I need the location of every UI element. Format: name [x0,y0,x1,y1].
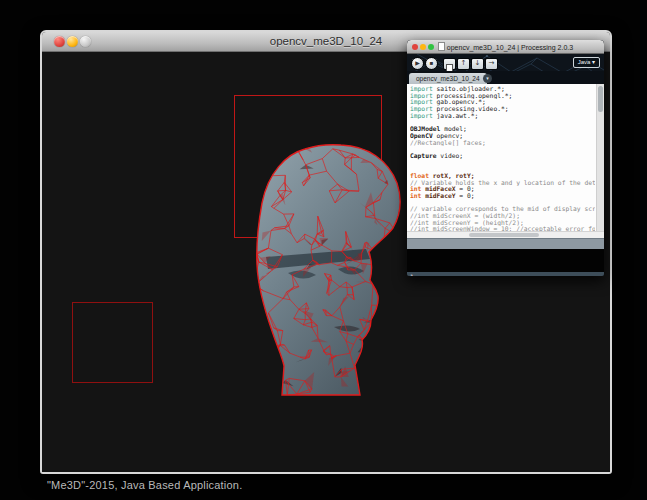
horizontal-scrollbar[interactable] [407,231,604,238]
vertical-scrollbar[interactable] [596,84,604,231]
current-line-number: 1 [410,273,414,276]
stop-icon: ■ [426,58,437,69]
ide-line-indicator: 1 [407,272,604,276]
ide-tabbar: opencv_me3D_10_24 ▾ [407,71,604,84]
tab-opencv-me3d[interactable]: opencv_me3D_10_24 [409,73,487,84]
run-icon: ▶ [412,58,423,69]
tab-menu-button[interactable]: ▾ [483,74,492,83]
ide-window-title: opencv_me3D_10_24 | Processing 2.0.3 [407,42,604,51]
open-button[interactable]: ↑ [457,58,470,70]
code-lines: import saito.objloader.*;import processi… [410,86,595,231]
photo-caption: "Me3D"-2015, Java Based Application. [47,479,242,491]
ide-toolbar: ▶ ■ ↑ ↓ → Java ▾ [407,54,604,71]
photo-background: opencv_me3D_10_24 [0,0,647,500]
wireframe-head-model [242,141,412,401]
stop-button[interactable]: ■ [425,57,438,70]
code-editor[interactable]: import saito.objloader.*;import processi… [407,84,604,231]
horizontal-scrollbar-thumb[interactable] [469,233,539,237]
document-icon [438,42,445,51]
run-button[interactable]: ▶ [411,57,424,70]
new-sketch-button[interactable] [443,58,456,70]
save-button[interactable]: ↓ [471,58,484,70]
mode-selector-java[interactable]: Java ▾ [573,57,600,68]
ide-status-bar [407,238,604,249]
open-icon: ↑ [458,59,469,68]
face-detection-rect-lower [72,302,153,383]
export-icon: → [486,59,497,68]
export-button[interactable]: → [485,58,498,70]
vertical-scrollbar-thumb[interactable] [598,86,603,112]
ide-console [407,249,604,272]
new-file-icon [446,64,453,71]
save-icon: ↓ [472,59,483,68]
ide-titlebar[interactable]: opencv_me3D_10_24 | Processing 2.0.3 [407,40,604,54]
processing-ide-window: opencv_me3D_10_24 | Processing 2.0.3 ▶ ■ [407,40,604,276]
